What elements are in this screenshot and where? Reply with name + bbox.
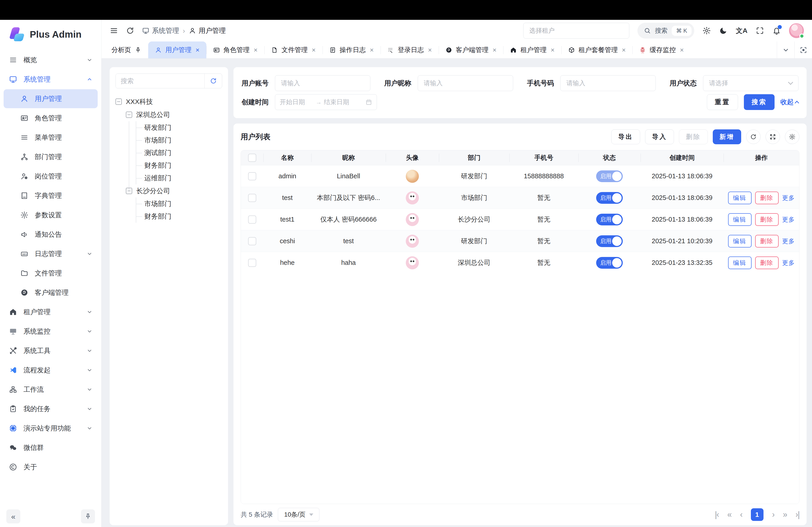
sidebar-pin-button[interactable] [81,509,95,523]
account-input[interactable] [275,75,371,91]
sidebar-item-param-settings[interactable]: 参数设置 [4,206,98,225]
tab-operation-log[interactable]: 操作日志 × [322,42,381,58]
status-toggle[interactable]: 启用 [596,235,623,247]
sidebar-item-demo-features[interactable]: 演示站专用功能 [4,419,98,438]
tab-client-management[interactable]: 客户端管理 × [439,42,504,58]
next-page-button[interactable]: › [772,510,774,520]
sidebar-collapse-button[interactable]: « [6,509,20,523]
row-delete-button[interactable]: 删除 [755,192,779,204]
start-date-input[interactable] [280,99,314,106]
status-toggle[interactable]: 启用 [596,214,623,225]
sidebar-item-wechat-group[interactable]: 微信群 [4,438,98,457]
more-button[interactable]: 更多 [782,259,795,267]
table-fullscreen-button[interactable] [766,130,780,144]
more-button[interactable]: 更多 [782,194,795,202]
prev-page-button[interactable]: ‹ [740,510,742,520]
row-delete-button[interactable]: 删除 [755,213,779,226]
sidebar-item-menu-management[interactable]: 菜单管理 [4,128,98,147]
status-toggle[interactable]: 启用 [596,192,623,204]
select-all-checkbox[interactable] [248,154,256,162]
row-checkbox[interactable] [248,194,256,202]
close-icon[interactable]: × [551,46,555,54]
sidebar-item-workflow[interactable]: 工作流 [4,380,98,399]
notification-bell-icon[interactable] [772,26,781,35]
status-select[interactable]: 请选择 [703,75,798,91]
tree-node-leaf[interactable]: 财务部门 [136,159,222,172]
close-icon[interactable]: × [428,46,432,54]
content-fullscreen-button[interactable] [794,42,812,58]
sidebar-item-overview[interactable]: 概览 [4,50,98,70]
tree-node-root[interactable]: XXX科技 [115,95,222,108]
page-size-select[interactable]: 10条/页 [278,508,319,521]
row-checkbox[interactable] [248,172,256,180]
user-avatar[interactable] [789,23,804,38]
sidebar-item-flow-start[interactable]: 流程发起 [4,361,98,380]
edit-button[interactable]: 编辑 [728,257,752,269]
sidebar-item-system-management[interactable]: 系统管理 [4,70,98,89]
phone-input[interactable] [560,75,656,91]
last-page-button[interactable]: ›| [796,510,799,520]
sidebar-item-system-monitor[interactable]: 系统监控 [4,322,98,341]
close-icon[interactable]: × [622,46,626,54]
translate-icon[interactable]: 文A [736,26,748,35]
sidebar-item-post-management[interactable]: 岗位管理 [4,167,98,186]
close-icon[interactable]: × [195,46,200,54]
tree-node-leaf[interactable]: 研发部门 [136,121,222,134]
tab-cache-monitor[interactable]: redis 缓存监控 × [633,42,691,58]
app-logo[interactable]: Plus Admin [0,20,101,49]
tree-node-leaf[interactable]: 市场部门 [136,134,222,147]
tab-tenant-package[interactable]: 租户套餐管理 × [562,42,633,58]
dark-mode-moon-icon[interactable] [719,26,728,35]
sidebar-item-about[interactable]: 关于 [4,457,98,477]
tab-analysis[interactable]: 分析页 [105,42,148,58]
row-checkbox[interactable] [248,259,256,267]
close-icon[interactable]: × [680,46,684,54]
breadcrumb-item-system[interactable]: 系统管理 [142,26,179,35]
sidebar-item-file-management[interactable]: 文件管理 [4,264,98,283]
sidebar-item-log-management[interactable]: DEV 日志管理 [4,244,98,263]
tree-node-branch[interactable]: 深圳总公司 [126,108,222,121]
row-delete-button[interactable]: 删除 [755,235,779,247]
first-page-button[interactable]: |‹ [715,510,719,520]
row-checkbox[interactable] [248,237,256,245]
sidebar-item-department-management[interactable]: 部门管理 [4,147,98,166]
status-toggle[interactable]: 启用 [596,170,623,182]
refresh-icon[interactable] [126,26,134,35]
status-toggle[interactable]: 启用 [596,257,623,269]
settings-gear-icon[interactable] [702,26,711,35]
close-icon[interactable]: × [254,46,258,54]
sidebar-item-role-management[interactable]: 角色管理 [4,109,98,127]
breadcrumb-item-user[interactable]: 用户管理 [189,26,226,35]
date-range-picker[interactable]: → [275,94,377,110]
tree-node-leaf[interactable]: 运维部门 [136,172,222,184]
row-checkbox[interactable] [248,215,256,224]
import-button[interactable]: 导入 [645,130,674,144]
edit-button[interactable]: 编辑 [728,192,752,204]
more-button[interactable]: 更多 [782,215,795,224]
tree-node-leaf[interactable]: 市场部门 [136,197,222,210]
sidebar-item-user-management[interactable]: 用户管理 [4,89,98,108]
close-icon[interactable]: × [493,46,497,54]
tree-refresh-button[interactable] [204,74,222,88]
global-search-button[interactable]: 搜索 ⌘ K [637,23,695,39]
tab-tenant-management[interactable]: 租户管理 × [503,42,562,58]
tenant-select-input[interactable] [523,23,629,39]
menu-collapse-icon[interactable] [110,26,118,35]
pin-icon[interactable] [135,47,142,54]
more-button[interactable]: 更多 [782,237,795,245]
sidebar-item-dict-management[interactable]: 字典管理 [4,186,98,205]
tree-node-leaf[interactable]: 测试部门 [136,147,222,159]
tree-node-leaf[interactable]: 财务部门 [136,210,222,223]
nickname-input[interactable] [418,75,513,91]
fast-next-button[interactable]: » [783,510,787,520]
edit-button[interactable]: 编辑 [728,213,752,226]
tab-role-management[interactable]: 角色管理 × [206,42,264,58]
sidebar-item-my-tasks[interactable]: 我的任务 [4,400,98,418]
collapse-filters-link[interactable]: 收起 [780,97,798,107]
tab-list-dropdown-button[interactable] [777,42,794,58]
tree-search-input[interactable] [116,74,204,88]
tree-node-branch[interactable]: 长沙分公司 [126,184,222,197]
reset-button[interactable]: 重置 [707,94,738,110]
tab-login-log[interactable]: 登录日志 × [380,42,439,58]
table-refresh-button[interactable] [746,130,760,144]
